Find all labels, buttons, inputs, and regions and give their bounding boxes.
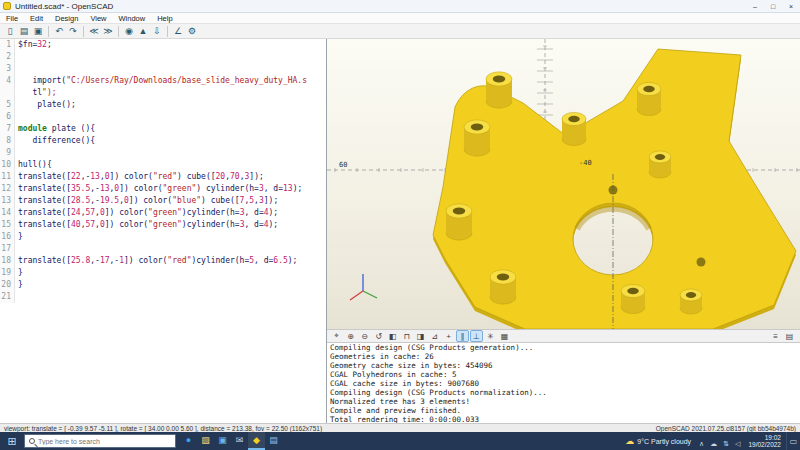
console-line: Normalized tree has 3 elements!: [330, 397, 800, 406]
menu-window[interactable]: Window: [113, 14, 152, 23]
axes-indicator-icon: [350, 274, 377, 300]
system-tray: ☁ 9°C Partly cloudy ∧☁⇅◁ 19:02 19/02/202…: [620, 432, 800, 450]
line-number: 10: [0, 159, 15, 171]
volume-icon[interactable]: ◁: [732, 440, 743, 447]
code-line[interactable]: 7module plate (){: [0, 123, 326, 135]
code-line[interactable]: 11translate([22,-13,0]) color("red") cub…: [0, 171, 326, 183]
settings-button[interactable]: ⚙: [185, 25, 199, 38]
show-axes-icon[interactable]: ✳: [484, 330, 497, 342]
line-number: 3: [0, 63, 15, 75]
console-output[interactable]: Compiling design (CSG Products generatio…: [327, 343, 800, 423]
line-number: 17: [0, 243, 15, 255]
document-app-icon[interactable]: ▤: [265, 432, 282, 450]
code-line[interactable]: 15translate([40,57,0]) color("green")cyl…: [0, 219, 326, 231]
save-button[interactable]: ▣: [31, 25, 45, 38]
zoom-out-icon[interactable]: ⊖: [358, 330, 371, 342]
code-line[interactable]: 17: [0, 243, 326, 255]
code-line[interactable]: 21: [0, 291, 326, 303]
code-line[interactable]: 13translate([28.5,-19.5,0]) color("blue"…: [0, 195, 326, 207]
menu-view[interactable]: View: [84, 14, 112, 23]
onedrive-icon[interactable]: ☁: [707, 440, 720, 447]
statusbar: viewport: translate = [ -0.39 9.57 -5.11…: [0, 423, 800, 432]
tray-icons: ∧☁⇅◁: [696, 432, 743, 450]
view-front-icon[interactable]: ◨: [414, 330, 427, 342]
code-line[interactable]: 1$fn=32;: [0, 39, 326, 51]
line-number: 16: [0, 231, 15, 243]
menu-file[interactable]: File: [0, 14, 24, 23]
weather-temp: 9°C: [637, 438, 649, 445]
center-view-icon[interactable]: +: [442, 330, 455, 342]
taskbar-search[interactable]: [24, 434, 176, 448]
render-button[interactable]: ▲: [136, 25, 150, 38]
open-file-button[interactable]: ▤: [17, 25, 31, 38]
code-line[interactable]: 10hull(){: [0, 159, 326, 171]
code-line[interactable]: 4 import("C:/Users/Ray/Downloads/base_sl…: [0, 75, 326, 87]
network-icon[interactable]: ⇅: [720, 440, 732, 447]
measure-distance-button[interactable]: ∠: [171, 25, 185, 38]
menu-help[interactable]: Help: [151, 14, 178, 23]
indent-button[interactable]: ≫: [101, 25, 115, 38]
code-editor[interactable]: 1$fn=32;2 3 4 import("C:/Users/Ray/Downl…: [0, 39, 327, 423]
redo-button[interactable]: ↷: [66, 25, 80, 38]
perspective-icon[interactable]: ∥: [456, 330, 469, 342]
console-toggle-icon[interactable]: ≡: [769, 330, 782, 342]
line-number: 19: [0, 267, 15, 279]
undo-button[interactable]: ↶: [52, 25, 66, 38]
weather-widget[interactable]: ☁ 9°C Partly cloudy: [620, 436, 696, 446]
view-right-icon[interactable]: ◧: [386, 330, 399, 342]
zoom-in-icon[interactable]: ⊕: [344, 330, 357, 342]
menu-edit[interactable]: Edit: [24, 14, 49, 23]
new-file-button[interactable]: ▯: [3, 25, 17, 38]
taskbar-clock[interactable]: 19:02 19/02/2022: [743, 434, 786, 449]
line-number: 14: [0, 207, 15, 219]
code-line[interactable]: 18translate([25.8,-17,-1]) color("red")c…: [0, 255, 326, 267]
close-button[interactable]: ×: [782, 0, 800, 12]
code-line[interactable]: 9: [0, 147, 326, 159]
maximize-button[interactable]: □: [764, 0, 782, 12]
line-number: 2: [0, 51, 15, 63]
unindent-button[interactable]: ≪: [87, 25, 101, 38]
orthogonal-icon[interactable]: ⊥: [470, 330, 483, 342]
code-line[interactable]: 12translate([35.5,-13,0]) color("green")…: [0, 183, 326, 195]
line-number: 6: [0, 111, 15, 123]
code-line[interactable]: 20}: [0, 279, 326, 291]
code-line[interactable]: 5 plate();: [0, 99, 326, 111]
console-line: Total rendering time: 0:00:00.033: [330, 415, 800, 423]
line-number: [0, 87, 15, 99]
code-line[interactable]: 14translate([24,57,0]) color("green")cyl…: [0, 207, 326, 219]
reset-view-icon[interactable]: ↺: [372, 330, 385, 342]
code-line[interactable]: tl");: [0, 87, 326, 99]
editor-toggle-icon[interactable]: ▤: [783, 330, 796, 342]
view-top-icon[interactable]: ⊓: [400, 330, 413, 342]
openscad-app-icon[interactable]: ◆: [248, 432, 265, 450]
main-toolbar: ▯▤▣↶↷≪≫◉▲⇩∠⚙: [0, 24, 800, 39]
store-app-icon[interactable]: ▣: [214, 432, 231, 450]
view-all-icon[interactable]: ⌖: [330, 330, 343, 342]
3d-viewport[interactable]: 60 -40: [327, 39, 800, 329]
file-explorer-icon[interactable]: ▨: [197, 432, 214, 450]
browser-app-icon[interactable]: ●: [180, 432, 197, 450]
notification-center-icon[interactable]: ▭: [786, 432, 800, 450]
code-line[interactable]: 8 difference(){: [0, 135, 326, 147]
console-line: Compile and preview finished.: [330, 406, 800, 415]
code-line[interactable]: 16}: [0, 231, 326, 243]
mail-app-icon[interactable]: ✉: [231, 432, 248, 450]
window-title: Untitled.scad* - OpenSCAD: [15, 2, 113, 11]
line-number: 20: [0, 279, 15, 291]
code-line[interactable]: 3: [0, 63, 326, 75]
preview-button[interactable]: ◉: [122, 25, 136, 38]
tray-chevron-icon[interactable]: ∧: [696, 440, 707, 447]
export-stl-button[interactable]: ⇩: [150, 25, 164, 38]
minimize-button[interactable]: –: [746, 0, 764, 12]
titlebar[interactable]: Untitled.scad* - OpenSCAD – □ ×: [0, 0, 800, 13]
diagonal-view-icon[interactable]: ⊿: [428, 330, 441, 342]
search-input[interactable]: [38, 438, 175, 445]
start-button[interactable]: ⊞: [0, 432, 24, 450]
main-area: 1$fn=32;2 3 4 import("C:/Users/Ray/Downl…: [0, 39, 800, 423]
menu-design[interactable]: Design: [49, 14, 84, 23]
statusbar-version-info: OpenSCAD 2021.07.25.ci8157 (git bb54b497…: [656, 425, 796, 432]
show-scale-icon[interactable]: ▦: [498, 330, 511, 342]
code-line[interactable]: 19}: [0, 267, 326, 279]
code-line[interactable]: 6: [0, 111, 326, 123]
code-line[interactable]: 2: [0, 51, 326, 63]
